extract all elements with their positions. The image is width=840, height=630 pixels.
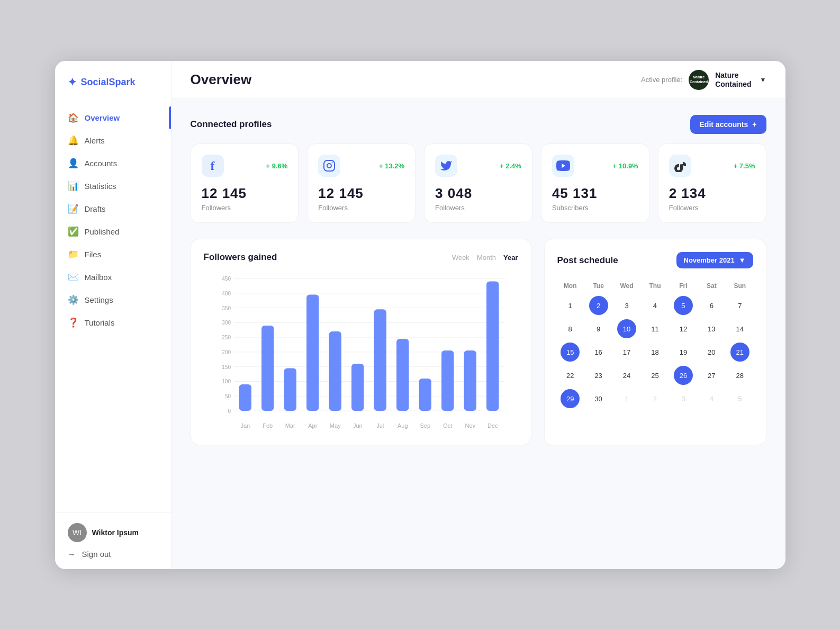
svg-text:Jan: Jan	[240, 422, 250, 429]
sidebar-item-label-accounts: Accounts	[85, 159, 118, 168]
edit-accounts-label: Edit accounts	[700, 120, 748, 129]
calendar-day: 5	[730, 389, 749, 408]
profile-card-instagram: + 13.2% 12 145 Followers	[307, 143, 416, 223]
svg-text:Feb: Feb	[263, 422, 273, 429]
calendar-day[interactable]: 7	[730, 296, 749, 315]
sidebar-item-label-tutorials: Tutorials	[85, 318, 115, 327]
user-info: WI Wiktor Ipsum	[68, 523, 158, 542]
svg-rect-0	[324, 160, 335, 171]
user-name: Wiktor Ipsum	[92, 528, 139, 537]
calendar-day[interactable]: 14	[730, 319, 749, 338]
profile-card-twitter: + 2.4% 3 048 Followers	[424, 143, 532, 223]
chart-tab-year[interactable]: Year	[503, 254, 518, 262]
facebook-metric: Followers	[202, 204, 288, 212]
calendar-day[interactable]: 19	[674, 343, 693, 362]
calendar-day[interactable]: 17	[617, 343, 636, 362]
edit-accounts-button[interactable]: Edit accounts +	[690, 115, 766, 134]
month-label: November 2021	[684, 256, 735, 264]
calendar-day: 1	[617, 389, 636, 408]
calendar-day[interactable]: 30	[589, 389, 608, 408]
chart-tab-month[interactable]: Month	[477, 254, 496, 262]
calendar-day[interactable]: 5	[674, 296, 693, 315]
twitter-count: 3 048	[435, 185, 521, 202]
profile-card-top: + 10.9%	[552, 155, 638, 177]
logo-icon: ✦	[68, 76, 77, 88]
profiles-grid: f + 9.6% 12 145 Followers + 13.2% 12 145…	[191, 143, 766, 223]
files-icon: 📁	[68, 249, 78, 260]
sidebar-item-files[interactable]: 📁 Files	[55, 243, 171, 266]
calendar-day[interactable]: 15	[561, 343, 580, 362]
sidebar-item-label-files: Files	[85, 250, 102, 259]
sidebar-item-label-drafts: Drafts	[85, 204, 106, 213]
calendar-day[interactable]: 20	[702, 343, 721, 362]
svg-rect-43	[464, 350, 476, 411]
calendar-day[interactable]: 8	[561, 319, 580, 338]
sidebar-item-accounts[interactable]: 👤 Accounts	[55, 152, 171, 175]
calendar-day[interactable]: 9	[589, 319, 608, 338]
svg-rect-25	[261, 326, 274, 411]
sidebar-item-settings[interactable]: ⚙️ Settings	[55, 289, 171, 311]
header-right: Active profile: NatureContained NatureCo…	[641, 70, 766, 90]
svg-text:450: 450	[222, 276, 231, 282]
sidebar-item-label-settings: Settings	[85, 295, 113, 304]
profile-dropdown-arrow[interactable]: ▼	[760, 76, 766, 84]
sidebar-item-alerts[interactable]: 🔔 Alerts	[55, 129, 171, 152]
cal-header-sun: Sun	[727, 279, 753, 293]
calendar-day[interactable]: 27	[702, 366, 721, 385]
twitter-icon-wrap	[435, 155, 457, 177]
cal-header-sat: Sat	[699, 279, 725, 293]
calendar-day[interactable]: 2	[589, 296, 608, 315]
calendar-day[interactable]: 22	[561, 366, 580, 385]
calendar-day[interactable]: 18	[645, 343, 664, 362]
instagram-metric: Followers	[318, 204, 404, 212]
svg-text:Oct: Oct	[443, 422, 452, 429]
youtube-metric: Subscribers	[552, 204, 638, 212]
sidebar-item-overview[interactable]: 🏠 Overview	[55, 106, 171, 129]
sign-out-button[interactable]: → Sign out	[68, 550, 158, 559]
main-content: Overview Active profile: NatureContained…	[171, 61, 785, 569]
calendar-day[interactable]: 6	[702, 296, 721, 315]
tiktok-count: 2 134	[669, 185, 755, 202]
chart-tab-week[interactable]: Week	[452, 254, 469, 262]
sidebar-item-tutorials[interactable]: ❓ Tutorials	[55, 311, 171, 334]
chart-tabs: WeekMonthYear	[452, 254, 518, 262]
app-container: ✦ SocialSpark 🏠 Overview 🔔 Alerts 👤 Acco…	[55, 61, 785, 569]
svg-text:300: 300	[222, 320, 231, 326]
calendar-day[interactable]: 29	[561, 389, 580, 408]
calendar-day[interactable]: 26	[674, 366, 693, 385]
calendar-day[interactable]: 21	[730, 343, 749, 362]
profile-card-top: f + 9.6%	[202, 155, 288, 177]
svg-text:Mar: Mar	[285, 422, 295, 429]
calendar-day[interactable]: 10	[617, 319, 636, 338]
svg-text:350: 350	[222, 305, 231, 311]
calendar-day[interactable]: 4	[645, 296, 664, 315]
svg-rect-23	[239, 384, 251, 411]
sidebar-item-mailbox[interactable]: ✉️ Mailbox	[55, 266, 171, 289]
profile-card-top: + 13.2%	[318, 155, 404, 177]
svg-text:50: 50	[224, 393, 231, 399]
calendar-day[interactable]: 16	[589, 343, 608, 362]
calendar-day[interactable]: 11	[645, 319, 664, 338]
twitter-metric: Followers	[435, 204, 521, 212]
calendar-day[interactable]: 24	[617, 366, 636, 385]
profile-card-top: + 2.4%	[435, 155, 521, 177]
profile-badge: NatureContained	[689, 70, 709, 90]
svg-rect-45	[486, 282, 499, 411]
sidebar-nav: 🏠 Overview 🔔 Alerts 👤 Accounts 📊 Statist…	[55, 101, 171, 512]
sidebar-item-published[interactable]: ✅ Published	[55, 220, 171, 243]
facebook-growth: + 9.6%	[266, 162, 287, 170]
calendar-day[interactable]: 25	[645, 366, 664, 385]
settings-icon: ⚙️	[68, 294, 78, 305]
sidebar-item-drafts[interactable]: 📝 Drafts	[55, 197, 171, 220]
calendar-day[interactable]: 12	[674, 319, 693, 338]
calendar-day[interactable]: 28	[730, 366, 749, 385]
svg-text:400: 400	[222, 291, 231, 296]
month-selector-button[interactable]: November 2021 ▼	[676, 252, 753, 268]
calendar-day[interactable]: 13	[702, 319, 721, 338]
profile-card-tiktok: + 7.5% 2 134 Followers	[658, 143, 766, 223]
svg-text:250: 250	[222, 335, 231, 340]
calendar-day[interactable]: 1	[561, 296, 580, 315]
calendar-day[interactable]: 3	[617, 296, 636, 315]
sidebar-item-statistics[interactable]: 📊 Statistics	[55, 175, 171, 197]
calendar-day[interactable]: 23	[589, 366, 608, 385]
